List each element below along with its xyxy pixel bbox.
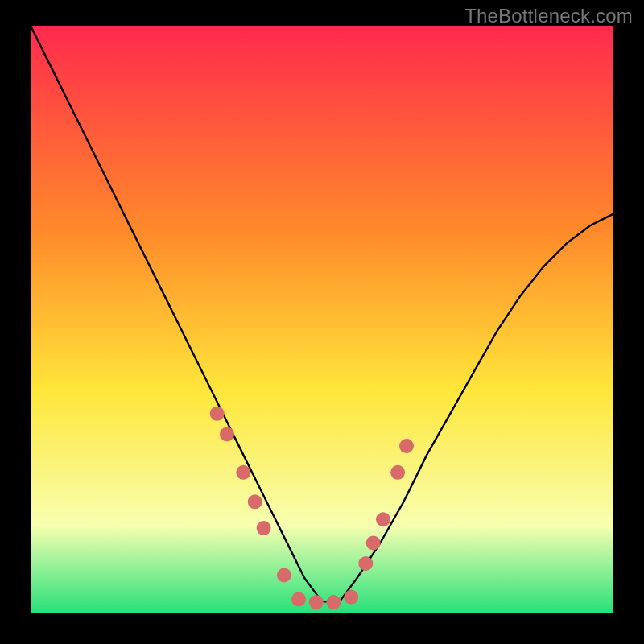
- plot-area: [31, 26, 613, 613]
- chart-frame: TheBottleneck.com: [0, 0, 644, 644]
- marker-dot: [257, 521, 271, 535]
- marker-dot: [327, 595, 341, 609]
- watermark-text: TheBottleneck.com: [464, 5, 633, 27]
- marker-dot: [248, 494, 262, 509]
- marker-dot: [210, 407, 225, 421]
- marker-dot: [399, 439, 414, 453]
- marker-dot: [358, 556, 373, 571]
- marker-dot: [309, 595, 324, 609]
- plot-svg: [31, 26, 613, 613]
- marker-dot: [366, 535, 381, 550]
- gradient-background: [31, 26, 613, 613]
- marker-dot: [291, 592, 306, 607]
- marker-dot: [236, 465, 250, 480]
- marker-dot: [344, 590, 358, 605]
- marker-dot: [277, 568, 291, 583]
- marker-dot: [376, 512, 390, 526]
- marker-dot: [390, 465, 405, 480]
- marker-dot: [220, 427, 234, 441]
